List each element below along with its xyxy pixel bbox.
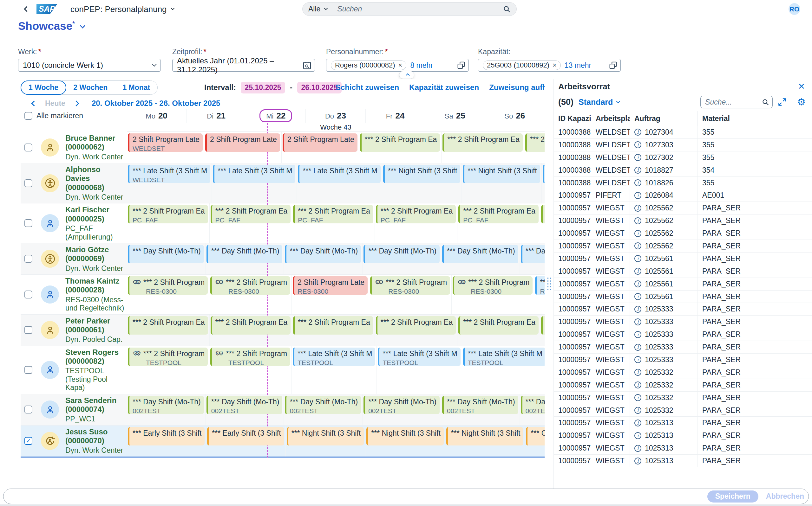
shift-cell[interactable]: *** Day Shift (Mo-Th) [521, 245, 545, 263]
collapse-filterbar-button[interactable] [399, 71, 414, 79]
shift-cell[interactable]: ⚙⚙*** 2 Shift ProgramRES-0300 [128, 276, 208, 295]
column-header-arbeitsplatz[interactable]: Arbeitsplatz [591, 111, 630, 126]
view-1-woche-button[interactable]: 1 Woche [21, 80, 66, 95]
worklist-row[interactable]: 10000957WIEGSTi1025562PARA_SER [554, 202, 812, 215]
row-checkbox[interactable] [24, 366, 32, 374]
column-header-auftrag[interactable]: Auftrag [630, 111, 698, 126]
worklist-row[interactable]: 10000957WIEGSTi1025313PARA_SER [554, 429, 812, 442]
day-header-fr-24[interactable]: Fr24 [366, 109, 425, 123]
info-icon[interactable]: i [634, 319, 641, 325]
intervall-to-field[interactable]: 26.10.2025 [297, 82, 342, 93]
info-icon[interactable]: i [634, 331, 641, 338]
shift-cell[interactable]: *** 2 Shift Program Ea [211, 316, 291, 335]
save-button[interactable]: Speichern [707, 491, 758, 503]
shift-cell[interactable]: 2 Shift Program Late [205, 134, 280, 152]
info-icon[interactable]: i [634, 217, 641, 224]
shift-cell[interactable]: *** Night Shift (3 Shift [463, 165, 540, 183]
shift-cell[interactable]: *** Late Shift (3 Shift MTESTPOOL [378, 348, 460, 366]
worklist-row[interactable]: 10000957WIEGSTi1025333PARA_SER [554, 303, 812, 316]
shift-cell[interactable]: ⚙⚙*** 2 Shift ProgramRES-0300 [210, 276, 290, 295]
day-header-do-23[interactable]: Do23 [306, 109, 365, 123]
shift-cell[interactable]: *** Late Shift (3 Shift M [213, 165, 295, 183]
shift-cell[interactable]: *** Day Shift (Mo-Th) [363, 245, 439, 263]
heute-button[interactable]: Heute [45, 99, 65, 108]
personalnummer-more-link[interactable]: 8 mehr [410, 61, 433, 70]
variant-selector[interactable]: Showcase* [18, 20, 84, 31]
token-remove-icon[interactable]: × [398, 61, 403, 69]
kapazitaet-token[interactable]: 25G003 (10000892) × [483, 61, 561, 70]
shift-cell[interactable]: *** Night Shift (3 Shift [383, 165, 461, 183]
info-icon[interactable]: i [634, 394, 641, 401]
shift-cell[interactable]: ⚙⚙*** 2 Shift ProgramTESTPOOL [210, 348, 290, 366]
shift-cell[interactable]: *** 2 Shift Program EaPC_FAF [376, 205, 456, 223]
column-header-id-kapazitaet[interactable]: ID Kapazität [554, 111, 591, 126]
info-icon[interactable]: i [634, 457, 641, 465]
worklist-row[interactable]: 10000957WIEGSTi1025313PARA_SER [554, 442, 812, 455]
worklist-row[interactable]: 10000957WIEGSTi1025313PARA_SER [554, 455, 812, 467]
personalnummer-token[interactable]: Rogers (00000082) × [331, 61, 406, 70]
shift-cell[interactable]: ⚙⚙*** 2 Shift ProgramRES-0300 [370, 276, 450, 295]
worklist-row[interactable]: 10000388WELDSETi1027304355 [554, 126, 812, 139]
personalnummer-input[interactable]: Rogers (00000082) × 8 mehr [326, 59, 469, 72]
settings-gear-icon[interactable]: ⚙ [797, 97, 806, 107]
row-checkbox[interactable] [24, 290, 32, 299]
shift-cell[interactable]: *** Early Shift (3 Shift [128, 427, 205, 445]
shift-cell[interactable]: *** Day Shift (Mo-Th) [206, 245, 283, 263]
info-icon[interactable]: i [634, 306, 641, 313]
view-1-monat-button[interactable]: 1 Monat [115, 80, 157, 95]
info-icon[interactable]: i [634, 242, 641, 249]
worklist-row[interactable]: 10000957WIEGSTi1025332PARA_SER [554, 404, 812, 417]
shift-cell[interactable]: *** 2 Shift Program EaPC_FAF [458, 205, 539, 223]
info-icon[interactable]: i [634, 293, 641, 300]
date-range-label[interactable]: 20. Oktober 2025 - 26. Oktober 2025 [92, 99, 220, 108]
info-icon[interactable]: i [634, 179, 641, 186]
worklist-row[interactable]: 10000957WIEGSTi1025562PARA_SER [554, 227, 812, 240]
back-icon[interactable] [25, 7, 29, 12]
worklist-row[interactable]: 10000957WIEGSTi1025333PARA_SER [554, 316, 812, 328]
info-icon[interactable]: i [634, 154, 641, 161]
row-checkbox[interactable] [24, 144, 32, 152]
day-header-mi-22[interactable]: Mi22 [246, 109, 306, 123]
shift-cell[interactable]: ⚙⚙*** 2 Shift ProgramTESTPOOL [128, 348, 208, 366]
worklist-row[interactable]: 10000957WIEGSTi1025332PARA_SER [554, 392, 812, 404]
prev-week-icon[interactable] [30, 101, 38, 105]
view-2-wochen-button[interactable]: 2 Wochen [66, 80, 115, 95]
info-icon[interactable]: i [634, 356, 641, 363]
worklist-row[interactable]: 10000957WIEGSTi1025332PARA_SER [554, 366, 812, 379]
shift-cell[interactable]: *** Day Shift (Mo-Th)002TEST [442, 396, 518, 414]
shell-search[interactable]: Alle [302, 2, 517, 16]
row-checkbox[interactable] [24, 326, 32, 334]
info-icon[interactable]: i [634, 369, 641, 376]
worklist-row[interactable]: 10000957WIEGSTi1025562PARA_SER [554, 215, 812, 227]
intervall-from-field[interactable]: 25.10.2025 [241, 82, 285, 93]
shift-cell[interactable]: *** 2 Shift Program Ea [376, 316, 456, 335]
value-help-icon[interactable] [457, 61, 465, 69]
shift-cell[interactable]: *** Late Shift (3 Shift MTESTPOOL [463, 348, 545, 366]
day-header-so-26[interactable]: So26 [485, 109, 545, 123]
zuweisung-aufheben-button[interactable]: Zuweisung aufheben [489, 83, 545, 92]
worklist-row[interactable]: 10000957WIEGSTi1025313PARA_SER [554, 417, 812, 429]
worklist-row[interactable]: 10000957WIEGSTi1025561PARA_SER [554, 265, 812, 278]
worklist-row[interactable]: 10000388WELDSETi1027302355 [554, 152, 812, 164]
shift-cell[interactable]: *** 2 Shift Program EaPC_FAF [293, 205, 373, 223]
shift-cell[interactable]: *** 2 Shift Program Ea [541, 316, 545, 335]
footer-message-input[interactable] [8, 492, 700, 501]
search-input[interactable] [337, 5, 503, 13]
worklist-row[interactable]: 10000957PIFERTi1026084AE001 [554, 189, 812, 202]
shift-cell[interactable]: *** 2 Shift Program Ea [458, 316, 539, 335]
column-header-material[interactable]: Material [698, 111, 787, 126]
expand-icon[interactable] [778, 98, 787, 106]
calendar-search-icon[interactable] [302, 61, 312, 70]
shift-cell[interactable]: 2 Shift Program Late [283, 134, 357, 152]
row-checkbox[interactable] [24, 219, 32, 227]
value-help-icon[interactable] [609, 61, 617, 69]
shift-cell[interactable]: *** Late Shift (3 Shift M [298, 165, 380, 183]
shift-cell[interactable]: *** Night Shift (3 Shift [366, 427, 444, 445]
day-header-sa-25[interactable]: Sa25 [425, 109, 485, 123]
shift-cell[interactable]: *** Day Shift (Mo-Th)002TEST [521, 396, 545, 414]
info-icon[interactable]: i [634, 230, 641, 237]
worklist-row[interactable]: 10000388WELDSETi1018826355 [554, 177, 812, 189]
worklist-row[interactable]: 10000957WIEGSTi1025562PARA_SER [554, 240, 812, 253]
shift-cell[interactable]: 2 Shift Program LateRES-0300 [293, 276, 367, 295]
row-checkbox[interactable]: ✓ [24, 437, 32, 445]
